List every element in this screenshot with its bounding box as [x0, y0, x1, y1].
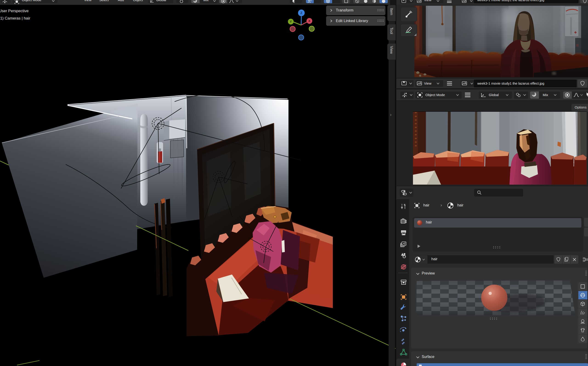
svg-text:X: X — [308, 19, 310, 23]
svg-text:Y: Y — [290, 20, 292, 23]
svg-text:Z: Z — [300, 11, 302, 15]
